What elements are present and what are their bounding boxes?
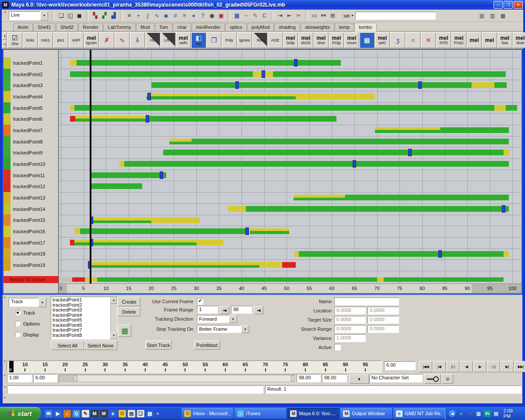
track-key-marker[interactable] [294,59,298,66]
track-label[interactable]: trackedPoint13 [10,195,45,200]
open-scene-icon[interactable]: ◱ [66,11,75,21]
select-none-button[interactable]: Select None [84,341,117,350]
shelf-pls1-button[interactable]: pls1 [53,32,68,48]
render-current-frame-icon[interactable]: ▭ [310,11,319,21]
radio-dot-display[interactable] [15,332,21,337]
track-key-marker[interactable] [418,81,422,89]
shelf-tgmes-button[interactable]: tgmes [237,32,252,48]
track-key-marker[interactable] [262,70,265,78]
ql-outlook-icon[interactable]: O [119,410,126,417]
track-label[interactable]: trackedPoint16 [10,229,45,234]
ql-pen-icon[interactable]: ✎ [82,410,89,417]
shelf-mel1-button[interactable]: mel [467,32,482,48]
close-button[interactable]: ✕ [514,1,523,9]
tracking-direction-arrow[interactable]: ▼ [229,315,237,323]
command-line-collapser[interactable]: ▾ [3,385,7,389]
track-bar[interactable] [80,228,246,234]
track-label[interactable]: trackedPoint5 [10,105,42,111]
track-label[interactable]: trackedPoint9 [10,150,42,155]
ql-maya2-icon[interactable]: M [100,410,108,417]
input-connections-icon[interactable]: ⇥ [276,11,285,21]
go-to-playback-end-button[interactable]: ▶▶| [514,361,525,372]
shelf-fast-button[interactable]: melfast [497,32,512,48]
title-bar[interactable]: M Maya 6.0: \\tvc-work\tvcwork\obrien\c0… [0,0,525,10]
snap-settings-icon[interactable]: ≡ [125,11,134,21]
make-live-icon[interactable]: # [171,11,180,21]
track-key-marker[interactable] [502,205,505,213]
list-item-trackedpoint1[interactable]: trackedPoint1 [51,298,117,303]
track-key-marker[interactable] [353,160,356,168]
time-slider-collapser[interactable]: ▾ [3,360,7,373]
track-bar[interactable] [74,228,80,234]
shelf-joint-button[interactable]: λ [130,32,145,48]
track-bar[interactable] [90,183,142,189]
track-bar[interactable] [250,228,290,234]
output-connections-icon[interactable]: ⇤ [285,11,294,21]
tray-perf-icon[interactable]: ▤ [493,410,500,417]
shelf-slow-button[interactable]: melslow [513,32,525,48]
ipr-render-icon[interactable]: IPR [319,11,328,21]
radio-dot-track[interactable] [15,310,21,315]
track-bar[interactable] [70,60,77,66]
shelf-tab-optics[interactable]: optics [225,23,247,31]
snap-magnet-icon[interactable]: C [260,11,269,21]
ql-messenger-icon[interactable]: ✉ [45,410,52,417]
track-bar[interactable] [259,262,282,268]
task-inbox[interactable]: OInbox - Microsof... [182,408,233,419]
track-key-marker[interactable] [146,115,149,122]
auto-keyframe-key-icon[interactable] [424,374,441,384]
task-gmd[interactable]: eGMD NT Job Re... [393,408,445,419]
track-key-marker[interactable] [147,93,151,100]
menu-set-dropdown-arrow[interactable]: ▼ [40,11,48,21]
track-bar[interactable] [440,127,509,133]
current-frame-marker[interactable]: 6 [9,361,14,372]
shelf-0clip-button[interactable]: mel0clip [283,32,298,48]
radio-track[interactable]: Track [15,310,35,315]
track-bar[interactable] [119,161,124,167]
ql-server-icon[interactable]: ▤ [128,410,135,417]
current-time-field[interactable]: 6.00 [384,361,416,370]
select-by-component-icon[interactable]: ▟ [109,11,118,21]
track-label[interactable]: trackedPoint8 [10,139,42,144]
frame-range-end-field[interactable]: 98 [231,306,252,314]
save-scene-icon[interactable]: ◼ [75,11,84,21]
track-bar[interactable] [504,150,509,155]
shelf-his-button[interactable]: His [145,32,160,48]
task-output-window[interactable]: MOutput Window [340,408,392,419]
quick-select-input[interactable] [355,12,436,20]
quicklaunch-more-chevron[interactable]: » [156,410,159,416]
step-back-one-key-button[interactable]: |◀ [433,361,446,372]
track-bar[interactable] [504,251,509,257]
play-forwards-button[interactable]: ▶ [473,361,486,372]
step-back-one-frame-button[interactable]: |◁ [446,361,459,372]
use-current-frame-checkbox[interactable]: ✔ [197,298,203,304]
track-bar[interactable] [147,116,336,122]
tray-antivirus-icon[interactable]: ● [458,410,465,417]
track-bar[interactable] [169,139,192,144]
track-key-marker[interactable] [245,228,249,235]
stop-tracking-select[interactable]: Better Frame ▼ [197,325,249,333]
shelf-selhi-button[interactable]: melselhi [176,32,191,48]
shelf-shot-button[interactable]: melshot [314,32,329,48]
track-bar[interactable] [70,71,253,77]
track-label[interactable]: trackedPoint17 [10,240,45,245]
track-label[interactable]: trackedPoint15 [10,217,45,223]
playback-end-field[interactable]: 98.00 [297,374,321,382]
shelf-tab-shell1[interactable]: Shell1 [33,23,56,31]
animation-preferences-icon[interactable]: ⊘ [442,374,453,384]
listbox-scrollbar[interactable]: ▲ ▼ [110,297,117,339]
go-to-playback-start-button[interactable]: |◀◀ [419,361,432,372]
ql-notes-icon[interactable]: ▧ [146,410,154,417]
track-timeline-grid[interactable]: 0510152025303540455055606570758085909510… [58,50,522,293]
pointblast-button[interactable]: Pointblast [194,340,220,350]
character-set-field[interactable]: No Character Set [369,374,423,382]
lock-selection-icon[interactable]: ◉ [207,11,217,21]
shelf-lra-button[interactable]: LRA [161,32,175,48]
highlight-selection-icon[interactable]: ▣ [217,11,226,21]
tray-alert-icon[interactable]: ● [466,410,473,417]
track-bar[interactable] [494,105,506,111]
track-bar[interactable] [90,262,259,268]
frame-range-start-spool-button[interactable]: ▪◀ [220,306,229,314]
current-frame-line[interactable] [90,50,91,284]
track-bar[interactable] [151,217,200,223]
